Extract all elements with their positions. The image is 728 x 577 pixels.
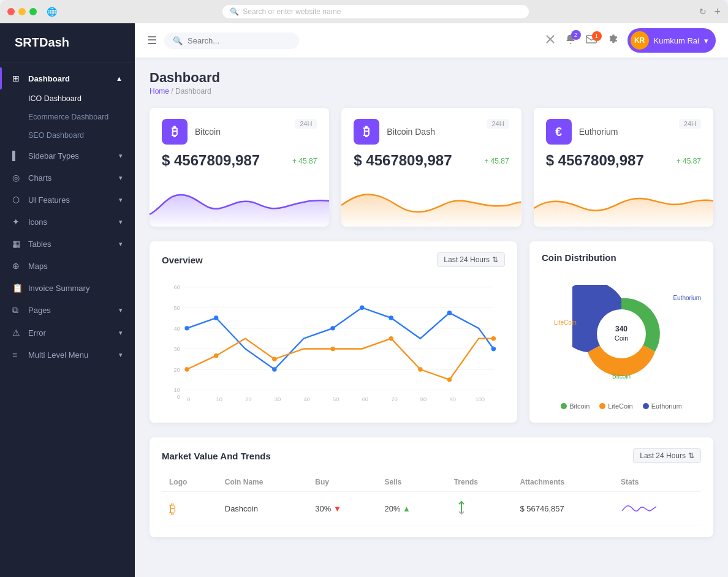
euthorium-donut-label: Euthorium	[673, 295, 701, 301]
globe-icon: 🌐	[47, 7, 57, 17]
bitcoin-name: Bitcoin	[195, 127, 221, 137]
invoice-label: Invoice Summary	[28, 284, 89, 293]
chevron-down-icon-ui: ▾	[119, 196, 123, 204]
bitcoin-card: ₿ Bitcoin 24H $ 4567809,987 + 45.87	[150, 108, 329, 227]
overview-title: Overview	[162, 255, 203, 265]
pages-label: Pages	[28, 306, 51, 315]
svg-point-28	[214, 315, 218, 320]
svg-text:50: 50	[333, 396, 339, 402]
multi-level-icon: ≡	[12, 350, 22, 360]
search-input[interactable]	[188, 36, 286, 45]
pages-icon: ⧉	[12, 305, 22, 315]
svg-text:40: 40	[303, 396, 309, 402]
mail-button[interactable]: 1	[586, 35, 597, 46]
svg-text:30: 30	[275, 396, 281, 402]
sidebar-item-invoice-summary[interactable]: 📋 Invoice Summary	[0, 277, 135, 299]
svg-text:70: 70	[391, 396, 397, 402]
sidebar-types-icon: ▌	[12, 151, 22, 160]
overview-card: Overview Last 24 Hours ⇅	[150, 241, 517, 423]
close-icon-btn[interactable]	[545, 34, 555, 47]
sidebar-item-multi-level[interactable]: ≡ Multi Level Menu ▾	[0, 344, 135, 366]
svg-text:100: 100	[475, 396, 485, 402]
sidebar-item-icons[interactable]: ✦ Icons ▾	[0, 211, 135, 233]
sidebar-item-dashboard[interactable]: ⊞ Dashboard ▲	[0, 67, 135, 89]
euthorium-icon: €	[546, 119, 572, 145]
market-dropdown-icon: ⇅	[688, 451, 694, 460]
sidebar-item-seo-dashboard[interactable]: SEO Dashboard	[0, 126, 135, 145]
charts-label: Charts	[28, 173, 51, 183]
user-menu-button[interactable]: KR Kumkum Rai ▾	[628, 28, 716, 53]
euthorium-value: $ 4567809,987	[546, 152, 644, 169]
page-content: Dashboard Home / Dashboard ₿ Bitcoin	[135, 58, 728, 577]
bitcoin-dash-card-left: ₿ Bitcoin Dash	[354, 119, 435, 145]
sidebar-item-charts[interactable]: ◎ Charts ▾	[0, 167, 135, 189]
svg-point-27	[184, 326, 189, 330]
breadcrumb-home[interactable]: Home	[150, 87, 169, 96]
search-icon: 🔍	[230, 7, 239, 16]
col-buy: Buy	[308, 473, 377, 492]
new-tab-button[interactable]: +	[714, 6, 721, 18]
row-logo: ₿	[162, 492, 218, 526]
bitcoin-dash-card: ₿ Bitcoin Dash 24H $ 4567809,987 + 45.87	[341, 108, 521, 227]
app-container: SRTDash ⊞ Dashboard ▲ ICO Dashboard Ecom…	[0, 23, 728, 577]
page-title-area: Dashboard Home / Dashboard	[150, 70, 220, 96]
svg-point-41	[447, 377, 452, 382]
svg-text:20: 20	[173, 367, 180, 373]
litecoin-label: LiteCoin	[554, 319, 577, 326]
user-chevron-icon: ▾	[704, 36, 708, 45]
col-stats: Stats	[613, 473, 701, 492]
svg-text:0: 0	[187, 396, 190, 402]
browser-url-bar[interactable]: 🔍 Search or enter website name	[222, 5, 529, 18]
bitcoin-badge: 24H	[295, 119, 317, 129]
svg-point-44	[597, 309, 646, 358]
donut-chart: 340 Coin LiteCoin Euthorium Bitcoin	[572, 285, 670, 383]
market-dropdown[interactable]: Last 24 Hours ⇅	[633, 448, 701, 463]
sidebar-item-ui-features[interactable]: ⬡ UI Features ▾	[0, 189, 135, 211]
top-nav: ☰ 🔍 2 1	[135, 23, 728, 58]
euthorium-card-header: € Euthorium 24H	[546, 119, 701, 145]
sidebar-item-sidebar-types[interactable]: ▌ Sidebar Types ▾	[0, 145, 135, 167]
svg-text:60: 60	[173, 284, 180, 290]
svg-text:40: 40	[173, 326, 180, 332]
refresh-icon[interactable]: ↻	[699, 7, 707, 17]
page-header: Dashboard Home / Dashboard	[150, 70, 713, 96]
overview-dropdown[interactable]: Last 24 Hours ⇅	[437, 252, 505, 267]
col-coin-name: Coin Name	[218, 473, 308, 492]
euthorium-chart	[534, 178, 713, 227]
sidebar-item-ico-dashboard[interactable]: ICO Dashboard	[0, 89, 135, 108]
svg-text:340: 340	[615, 325, 628, 333]
svg-point-29	[272, 367, 276, 371]
chevron-down-icon-multi: ▾	[119, 351, 123, 359]
euthorium-card: € Euthorium 24H $ 4567809,987 + 45.87	[534, 108, 713, 227]
sidebar-item-maps[interactable]: ⊕ Maps	[0, 255, 135, 277]
coin-distribution-card: Coin Distribution	[529, 241, 713, 423]
svg-text:90: 90	[449, 396, 455, 402]
sells-trend-icon: ▲	[403, 504, 411, 513]
buy-trend-icon: ▼	[333, 504, 341, 513]
sidebar-item-tables[interactable]: ▦ Tables ▾	[0, 233, 135, 255]
sidebar-item-ecommerce-dashboard[interactable]: Ecommerce Dashboard	[0, 108, 135, 126]
multi-level-label: Multi Level Menu	[28, 350, 88, 360]
settings-button[interactable]	[607, 34, 618, 47]
euthorium-change: + 45.87	[677, 157, 701, 165]
user-avatar: KR	[631, 31, 649, 50]
sidebar-nav: ⊞ Dashboard ▲ ICO Dashboard Ecommerce Da…	[0, 62, 135, 371]
coin-dist-header: Coin Distribution	[542, 252, 701, 263]
legend-litecoin: LiteCoin	[599, 402, 632, 410]
row-sells: 20% ▲	[377, 492, 446, 526]
search-box[interactable]: 🔍	[164, 32, 299, 49]
col-attachments: Attachments	[512, 473, 613, 492]
bitcoin-card-header: ₿ Bitcoin 24H	[162, 119, 317, 145]
maps-icon: ⊕	[12, 261, 22, 271]
sidebar-item-pages[interactable]: ⧉ Pages ▾	[0, 299, 135, 322]
notifications-button[interactable]: 2	[565, 34, 576, 47]
svg-text:0: 0	[177, 394, 180, 400]
sidebar-item-error[interactable]: ⚠ Error ▾	[0, 322, 135, 344]
url-text: Search or enter website name	[243, 7, 341, 16]
tables-icon: ▦	[12, 239, 22, 249]
hamburger-icon[interactable]: ☰	[147, 34, 157, 47]
user-name: Kumkum Rai	[654, 36, 699, 45]
svg-text:10: 10	[173, 387, 180, 393]
error-label: Error	[28, 328, 46, 338]
svg-point-37	[272, 357, 276, 361]
